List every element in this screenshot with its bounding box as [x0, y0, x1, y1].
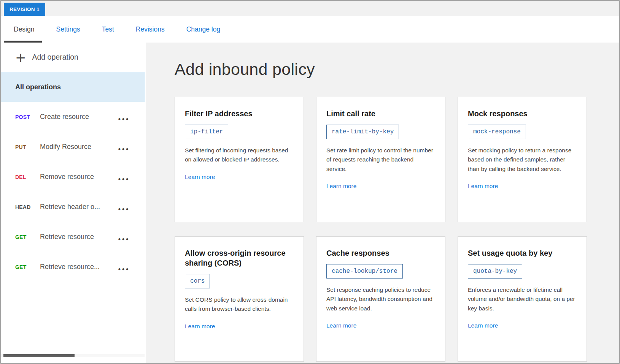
card-title: Limit call rate	[326, 109, 435, 119]
tab-change-log[interactable]: Change log	[184, 16, 223, 43]
policy-card-cors[interactable]: Allow cross-origin resource sharing (COR…	[175, 236, 304, 362]
more-icon[interactable]: ●●●	[118, 112, 130, 122]
tab-test[interactable]: Test	[100, 16, 116, 43]
tab-bar: Design Settings Test Revisions Change lo…	[1, 16, 619, 43]
operation-row-modify-resource[interactable]: PUT Modify Resource ●●●	[1, 132, 145, 162]
policy-card-filter-ip[interactable]: Filter IP addresses ip-filter Set filter…	[175, 97, 304, 222]
more-icon[interactable]: ●●●	[118, 173, 130, 182]
operation-name: Retrieve header o...	[40, 203, 113, 211]
operations-sidebar: + Add operation All operations POST Crea…	[1, 43, 145, 363]
scrollbar-thumb[interactable]	[3, 354, 75, 357]
tab-settings[interactable]: Settings	[54, 16, 82, 43]
method-badge-get: GET	[15, 264, 40, 270]
top-strip	[1, 1, 619, 16]
learn-more-link[interactable]: Learn more	[326, 183, 356, 190]
learn-more-link[interactable]: Learn more	[185, 174, 215, 180]
policy-card-quota[interactable]: Set usage quota by key quota-by-key Enfo…	[458, 236, 587, 362]
sidebar-horizontal-scrollbar[interactable]	[1, 354, 145, 357]
operation-name: Create resource	[40, 113, 113, 121]
policy-tag: mock-response	[468, 125, 526, 139]
revision-badge: REVISION 1	[4, 3, 45, 16]
card-title: Filter IP addresses	[185, 109, 294, 119]
card-title: Set usage quota by key	[468, 248, 577, 258]
card-description: Set mocking policy to return a response …	[468, 146, 577, 174]
policy-tag: quota-by-key	[468, 264, 522, 279]
policy-tag: cors	[185, 274, 210, 288]
policy-tag: ip-filter	[185, 125, 228, 139]
method-badge-del: DEL	[15, 174, 40, 180]
operation-row-create-resource[interactable]: POST Create resource ●●●	[1, 102, 145, 132]
method-badge-get: GET	[15, 234, 40, 240]
method-badge-head: HEAD	[15, 204, 40, 210]
card-description: Set rate limit policy to control the num…	[326, 146, 435, 174]
add-operation-label: Add operation	[32, 53, 78, 62]
policy-tag: cache-lookup/store	[326, 264, 403, 279]
more-icon[interactable]: ●●●	[118, 203, 130, 212]
more-icon[interactable]: ●●●	[118, 142, 130, 152]
policy-picker-panel: Add inbound policy Filter IP addresses i…	[146, 43, 619, 363]
card-description: Set response caching policies to reduce …	[326, 285, 435, 313]
policy-card-mock-response[interactable]: Mock responses mock-response Set mocking…	[458, 97, 587, 222]
sidebar-item-all-operations[interactable]: All operations	[1, 72, 145, 102]
operation-row-retrieve-resource-2[interactable]: GET Retrieve resource... ●●●	[1, 252, 145, 282]
card-title: Mock responses	[468, 109, 577, 119]
learn-more-link[interactable]: Learn more	[326, 322, 356, 329]
add-operation-button[interactable]: + Add operation	[1, 43, 145, 72]
more-icon[interactable]: ●●●	[118, 263, 130, 272]
tab-design[interactable]: Design	[11, 16, 37, 43]
policy-card-cache[interactable]: Cache responses cache-lookup/store Set r…	[316, 236, 445, 362]
policy-card-grid: Filter IP addresses ip-filter Set filter…	[175, 97, 619, 362]
card-title: Cache responses	[326, 248, 435, 258]
operation-row-retrieve-header[interactable]: HEAD Retrieve header o... ●●●	[1, 192, 145, 222]
operation-name: Retrieve resource...	[40, 263, 113, 271]
learn-more-link[interactable]: Learn more	[185, 323, 215, 330]
card-description: Enforces a renewable or lifetime call vo…	[468, 285, 577, 313]
method-badge-put: PUT	[15, 144, 40, 150]
policy-tag: rate-limit-by-key	[326, 125, 399, 139]
more-icon[interactable]: ●●●	[118, 233, 130, 242]
tab-revisions[interactable]: Revisions	[134, 16, 167, 43]
page-title: Add inbound policy	[175, 60, 619, 79]
card-description: Set CORS policy to allow cross-domain ca…	[185, 295, 294, 314]
operation-name: Modify Resource	[40, 143, 113, 151]
operation-row-remove-resource[interactable]: DEL Remove resource ●●●	[1, 162, 145, 192]
all-operations-label: All operations	[15, 83, 61, 91]
operation-name: Retrieve resource	[40, 233, 113, 241]
card-title: Allow cross-origin resource sharing (COR…	[185, 248, 294, 268]
method-badge-post: POST	[15, 114, 40, 120]
operation-row-retrieve-resource[interactable]: GET Retrieve resource ●●●	[1, 222, 145, 252]
api-management-design-page: REVISION 1 Design Settings Test Revision…	[0, 0, 620, 364]
card-description: Set filtering of incoming requests based…	[185, 146, 294, 165]
operation-name: Remove resource	[40, 173, 113, 181]
learn-more-link[interactable]: Learn more	[468, 183, 498, 190]
learn-more-link[interactable]: Learn more	[468, 322, 498, 329]
policy-card-rate-limit[interactable]: Limit call rate rate-limit-by-key Set ra…	[316, 97, 445, 222]
